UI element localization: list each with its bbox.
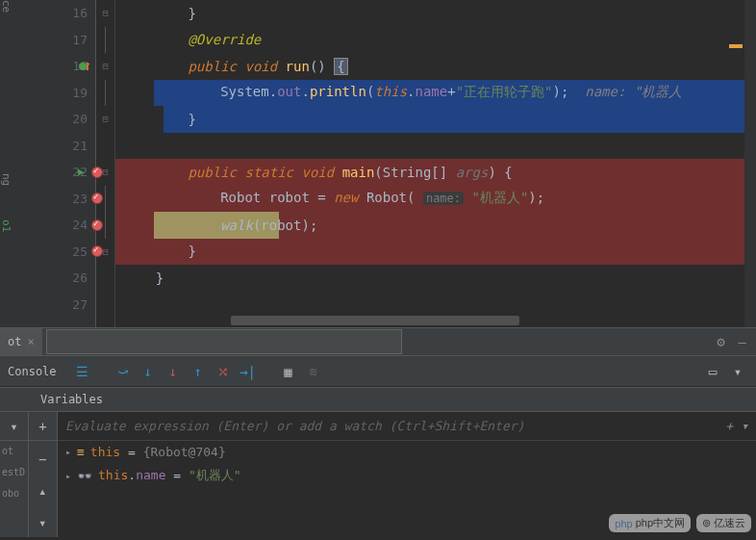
tab-label: ot — [8, 335, 21, 348]
debug-tab[interactable]: ot × — [0, 328, 42, 355]
line-number: 20 — [72, 112, 88, 126]
watermarks: php php中文网 ⊚亿速云 — [609, 514, 751, 532]
expand-icon[interactable]: ▸ — [65, 471, 71, 481]
line-number: 25 — [72, 244, 88, 259]
evaluate-icon[interactable]: ▦ — [278, 361, 299, 382]
frame-item[interactable]: estD — [0, 462, 28, 483]
variable-row[interactable]: ▸ 👓 this.name = "机器人" — [58, 463, 756, 488]
variables-label: Variables — [40, 393, 103, 406]
watermark-badge: ⊚亿速云 — [696, 514, 751, 532]
watch-icon: 👓 — [77, 469, 92, 483]
fold-column[interactable]: ⊟ ⊟ ⊟ ⊟ ⊟ — [96, 0, 115, 327]
line-number: 27 — [72, 297, 88, 312]
breakpoint-line-highlight — [115, 239, 756, 266]
expand-icon[interactable]: ▸ — [65, 447, 71, 457]
close-icon[interactable]: × — [27, 335, 34, 348]
svg-point-0 — [79, 63, 87, 70]
frame-item[interactable]: obo — [0, 483, 28, 504]
execution-point-icon — [78, 60, 91, 73]
left-tool-window[interactable]: ce ng o1 — [0, 0, 24, 327]
add-watch-icon[interactable]: + — [725, 419, 733, 433]
minimize-icon[interactable]: — — [739, 334, 746, 349]
vertical-scrollbar[interactable] — [744, 0, 756, 327]
step-into-icon[interactable]: ↓ — [138, 361, 159, 382]
line-number: 24 — [72, 218, 88, 232]
step-over-icon[interactable]: ⤻ — [113, 361, 134, 382]
trace-icon[interactable]: ≋ — [303, 361, 324, 382]
breakpoint-icon[interactable]: ✓ — [91, 219, 103, 231]
line-number: 16 — [72, 6, 88, 20]
tool-label: ce — [0, 0, 13, 13]
dropdown-icon[interactable]: ▾ — [0, 412, 28, 440]
down-icon[interactable]: ▾ — [38, 509, 46, 537]
code-editor[interactable]: ce ng o1 16 17 18 19 20 21 ▶ ✓ 22 ✓ 23 ✓… — [0, 0, 756, 327]
layout-icon[interactable]: ☰ — [72, 361, 93, 382]
up-icon[interactable]: ▴ — [38, 476, 46, 504]
parameter-hint: name: — [423, 192, 464, 205]
horizontal-scrollbar[interactable] — [231, 316, 519, 325]
remove-icon[interactable]: − — [38, 445, 46, 473]
breakpoint-icon[interactable]: ✓ — [91, 167, 103, 178]
selection-highlight — [164, 106, 756, 133]
tab-input[interactable] — [46, 329, 402, 354]
frame-item[interactable]: ot — [0, 441, 28, 462]
breakpoint-icon[interactable]: ✓ — [91, 193, 103, 204]
console-label[interactable]: Console — [8, 365, 57, 378]
debugger-toolbar: Console ☰ ⤻ ↓ ↓ ↑ ⤮ →| ▦ ≋ ▭ ▾ — [0, 356, 756, 387]
variables-tab-header[interactable]: Variables — [0, 387, 756, 412]
add-icon[interactable]: + — [28, 412, 57, 440]
run-to-cursor-icon[interactable]: →| — [238, 361, 259, 382]
line-number: 21 — [72, 139, 88, 153]
line-number: 26 — [72, 270, 88, 285]
frames-sidebar: ▾ + ot estD obo − ▴ ▾ — [0, 412, 58, 537]
debug-tab-bar: ot × ⚙ — — [0, 327, 756, 356]
line-number: 19 — [72, 86, 88, 100]
gutter[interactable]: 16 17 18 19 20 21 ▶ ✓ 22 ✓ 23 ✓ 24 ✓ 25 … — [24, 0, 96, 327]
evaluate-expression-input[interactable]: Evaluate expression (Enter) or add a wat… — [58, 412, 756, 441]
layout-settings-icon[interactable]: ▭ — [702, 361, 723, 382]
breakpoint-icon[interactable]: ✓ — [91, 245, 103, 257]
variable-row[interactable]: ▸ ≡ this = {Robot@704} — [58, 441, 756, 463]
run-gutter-icon[interactable]: ▶ — [78, 166, 85, 178]
code: } — [123, 6, 196, 21]
placeholder-text: Evaluate expression (Enter) or add a wat… — [65, 419, 524, 433]
watermark-badge: php php中文网 — [609, 514, 691, 532]
dropdown-icon[interactable]: ▾ — [727, 361, 748, 382]
history-dropdown-icon[interactable]: ▾ — [741, 419, 748, 433]
force-step-into-icon[interactable]: ↓ — [163, 361, 184, 382]
code-content[interactable]: } @Override public void run() { System.o… — [115, 0, 756, 327]
line-number: 17 — [72, 33, 88, 47]
tool-label: ng — [0, 173, 13, 186]
tool-label: o1 — [0, 219, 13, 232]
object-icon: ≡ — [77, 445, 85, 459]
drop-frame-icon[interactable]: ⤮ — [213, 361, 234, 382]
annotation: @Override — [188, 32, 261, 47]
marker-stripe[interactable] — [729, 44, 743, 48]
gear-icon[interactable]: ⚙ — [717, 334, 724, 349]
step-out-icon[interactable]: ↑ — [188, 361, 209, 382]
line-number: 23 — [72, 192, 88, 206]
